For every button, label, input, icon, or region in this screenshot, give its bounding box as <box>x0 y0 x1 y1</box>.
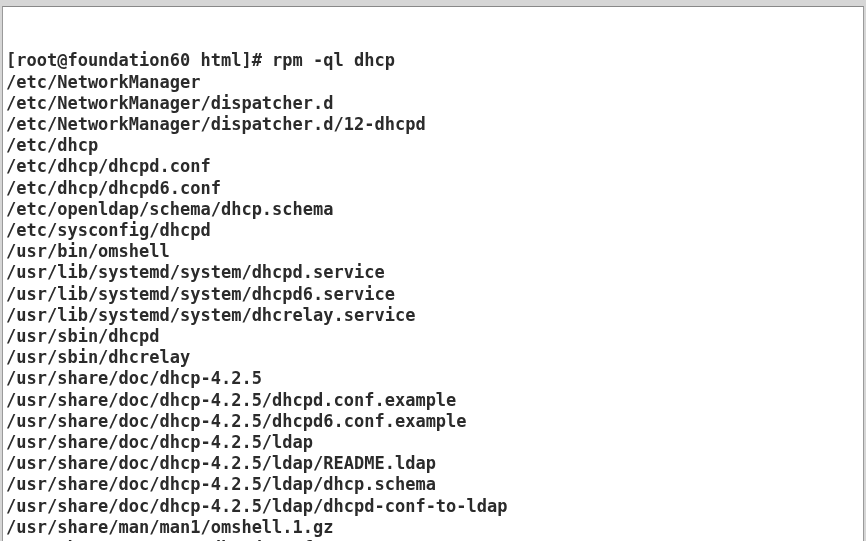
output-line: /etc/NetworkManager <box>6 72 860 93</box>
shell-prompt: [root@foundation60 html]# <box>6 50 272 70</box>
output-line: /usr/lib/systemd/system/dhcpd6.service <box>6 284 860 305</box>
output-line: /etc/dhcp <box>6 135 860 156</box>
output-line: /usr/sbin/dhcpd <box>6 326 860 347</box>
output-line: /usr/sbin/dhcrelay <box>6 347 860 368</box>
output-line: /usr/share/doc/dhcp-4.2.5/dhcpd.conf.exa… <box>6 390 860 411</box>
window-frame: [root@foundation60 html]# rpm -ql dhcp/e… <box>0 0 866 541</box>
output-lines: /etc/NetworkManager/etc/NetworkManager/d… <box>6 72 860 541</box>
output-line: /usr/share/doc/dhcp-4.2.5/ldap <box>6 432 860 453</box>
output-line: /usr/share/doc/dhcp-4.2.5/dhcpd6.conf.ex… <box>6 411 860 432</box>
output-line: /usr/bin/omshell <box>6 241 860 262</box>
output-line: /usr/share/man/man1/omshell.1.gz <box>6 517 860 538</box>
output-line: /etc/NetworkManager/dispatcher.d/12-dhcp… <box>6 114 860 135</box>
output-line: /usr/lib/systemd/system/dhcrelay.service <box>6 305 860 326</box>
output-line: /etc/dhcp/dhcpd6.conf <box>6 178 860 199</box>
output-line: /usr/share/doc/dhcp-4.2.5/ldap/dhcp.sche… <box>6 474 860 495</box>
output-line: /usr/share/doc/dhcp-4.2.5/ldap/README.ld… <box>6 453 860 474</box>
output-line: /usr/lib/systemd/system/dhcpd.service <box>6 262 860 283</box>
terminal-output[interactable]: [root@foundation60 html]# rpm -ql dhcp/e… <box>2 6 864 541</box>
output-line: /usr/share/doc/dhcp-4.2.5 <box>6 368 860 389</box>
command-line: [root@foundation60 html]# rpm -ql dhcp <box>6 50 860 71</box>
output-line: /etc/dhcp/dhcpd.conf <box>6 156 860 177</box>
output-line: /etc/sysconfig/dhcpd <box>6 220 860 241</box>
output-line: /usr/share/doc/dhcp-4.2.5/ldap/dhcpd-con… <box>6 496 860 517</box>
output-line: /etc/NetworkManager/dispatcher.d <box>6 93 860 114</box>
entered-command: rpm -ql dhcp <box>272 50 395 70</box>
output-line: /etc/openldap/schema/dhcp.schema <box>6 199 860 220</box>
